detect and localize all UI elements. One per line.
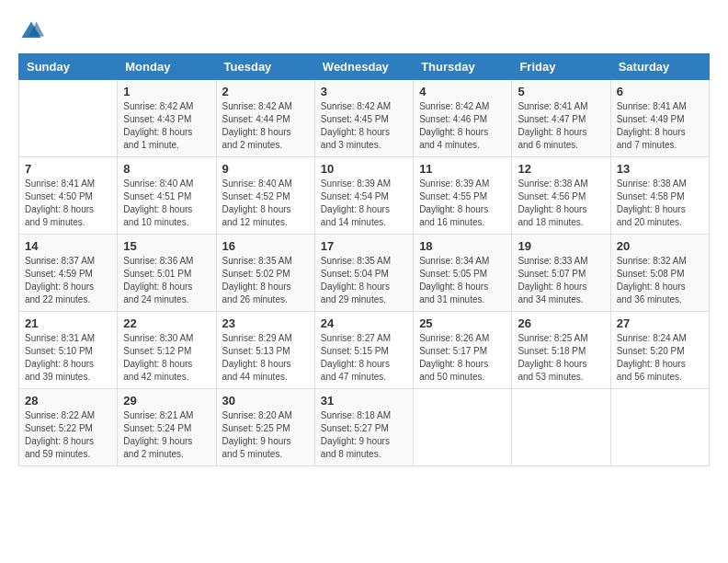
day-info: Sunrise: 8:20 AM Sunset: 5:25 PM Dayligh…	[222, 409, 309, 461]
day-info: Sunrise: 8:42 AM Sunset: 4:43 PM Dayligh…	[123, 100, 210, 152]
day-number: 26	[518, 316, 604, 330]
day-number: 4	[419, 85, 506, 98]
calendar-cell: 26Sunrise: 8:25 AM Sunset: 5:18 PM Dayli…	[512, 312, 610, 389]
day-number: 10	[321, 162, 407, 176]
calendar-cell: 13Sunrise: 8:38 AM Sunset: 4:58 PM Dayli…	[610, 157, 709, 235]
calendar-week-row: 28Sunrise: 8:22 AM Sunset: 5:22 PM Dayli…	[19, 389, 710, 466]
day-info: Sunrise: 8:27 AM Sunset: 5:15 PM Dayligh…	[321, 332, 407, 384]
calendar-cell: 25Sunrise: 8:26 AM Sunset: 5:17 PM Dayli…	[414, 312, 512, 389]
calendar-cell: 9Sunrise: 8:40 AM Sunset: 4:52 PM Daylig…	[216, 157, 314, 235]
calendar-day-header: Sunday	[19, 54, 118, 80]
day-number: 11	[419, 162, 506, 176]
day-info: Sunrise: 8:25 AM Sunset: 5:18 PM Dayligh…	[518, 332, 604, 384]
day-info: Sunrise: 8:30 AM Sunset: 5:12 PM Dayligh…	[123, 332, 210, 384]
calendar-cell: 20Sunrise: 8:32 AM Sunset: 5:08 PM Dayli…	[610, 235, 709, 312]
day-number: 2	[222, 85, 309, 98]
day-info: Sunrise: 8:26 AM Sunset: 5:17 PM Dayligh…	[419, 332, 506, 384]
day-info: Sunrise: 8:29 AM Sunset: 5:13 PM Dayligh…	[222, 332, 309, 384]
calendar-cell: 18Sunrise: 8:34 AM Sunset: 5:05 PM Dayli…	[414, 235, 512, 312]
day-number: 14	[25, 239, 111, 253]
calendar-cell: 30Sunrise: 8:20 AM Sunset: 5:25 PM Dayli…	[216, 389, 314, 466]
calendar-cell: 31Sunrise: 8:18 AM Sunset: 5:27 PM Dayli…	[314, 389, 413, 466]
day-number: 23	[222, 316, 309, 330]
day-info: Sunrise: 8:40 AM Sunset: 4:51 PM Dayligh…	[123, 178, 210, 229]
calendar-cell	[414, 389, 512, 466]
day-info: Sunrise: 8:32 AM Sunset: 5:08 PM Dayligh…	[617, 255, 703, 306]
calendar-cell: 7Sunrise: 8:41 AM Sunset: 4:50 PM Daylig…	[19, 157, 118, 235]
calendar-cell: 19Sunrise: 8:33 AM Sunset: 5:07 PM Dayli…	[512, 235, 610, 312]
calendar-header-row: SundayMondayTuesdayWednesdayThursdayFrid…	[19, 54, 710, 80]
day-info: Sunrise: 8:18 AM Sunset: 5:27 PM Dayligh…	[321, 409, 407, 461]
day-info: Sunrise: 8:35 AM Sunset: 5:04 PM Dayligh…	[321, 255, 407, 306]
day-number: 30	[222, 394, 309, 408]
calendar-cell: 27Sunrise: 8:24 AM Sunset: 5:20 PM Dayli…	[610, 312, 709, 389]
day-number: 9	[222, 162, 309, 176]
day-number: 17	[321, 239, 407, 253]
calendar-week-row: 7Sunrise: 8:41 AM Sunset: 4:50 PM Daylig…	[19, 157, 710, 235]
day-number: 22	[123, 316, 210, 330]
day-number: 15	[123, 239, 210, 253]
day-info: Sunrise: 8:35 AM Sunset: 5:02 PM Dayligh…	[222, 255, 309, 306]
day-number: 21	[25, 316, 111, 330]
day-info: Sunrise: 8:41 AM Sunset: 4:47 PM Dayligh…	[518, 100, 604, 152]
day-number: 29	[123, 394, 210, 408]
day-number: 6	[617, 85, 703, 98]
calendar-day-header: Tuesday	[216, 54, 314, 80]
page-header	[18, 18, 710, 44]
calendar-cell: 1Sunrise: 8:42 AM Sunset: 4:43 PM Daylig…	[118, 80, 216, 157]
day-number: 25	[419, 316, 506, 330]
calendar-day-header: Wednesday	[314, 54, 413, 80]
calendar-cell: 22Sunrise: 8:30 AM Sunset: 5:12 PM Dayli…	[118, 312, 216, 389]
calendar-cell: 12Sunrise: 8:38 AM Sunset: 4:56 PM Dayli…	[512, 157, 610, 235]
calendar-cell: 10Sunrise: 8:39 AM Sunset: 4:54 PM Dayli…	[314, 157, 413, 235]
day-info: Sunrise: 8:42 AM Sunset: 4:46 PM Dayligh…	[419, 100, 506, 152]
day-info: Sunrise: 8:31 AM Sunset: 5:10 PM Dayligh…	[25, 332, 111, 384]
day-info: Sunrise: 8:34 AM Sunset: 5:05 PM Dayligh…	[419, 255, 506, 306]
calendar-week-row: 1Sunrise: 8:42 AM Sunset: 4:43 PM Daylig…	[19, 80, 710, 157]
day-number: 19	[518, 239, 604, 253]
calendar-cell: 2Sunrise: 8:42 AM Sunset: 4:44 PM Daylig…	[216, 80, 314, 157]
day-number: 24	[321, 316, 407, 330]
calendar-cell: 16Sunrise: 8:35 AM Sunset: 5:02 PM Dayli…	[216, 235, 314, 312]
calendar-cell	[610, 389, 709, 466]
day-number: 20	[617, 239, 703, 253]
calendar-cell: 6Sunrise: 8:41 AM Sunset: 4:49 PM Daylig…	[610, 80, 709, 157]
calendar-week-row: 21Sunrise: 8:31 AM Sunset: 5:10 PM Dayli…	[19, 312, 710, 389]
day-info: Sunrise: 8:38 AM Sunset: 4:56 PM Dayligh…	[518, 178, 604, 229]
day-info: Sunrise: 8:40 AM Sunset: 4:52 PM Dayligh…	[222, 178, 309, 229]
day-number: 12	[518, 162, 604, 176]
day-number: 7	[25, 162, 111, 176]
calendar-day-header: Monday	[118, 54, 216, 80]
calendar-cell: 5Sunrise: 8:41 AM Sunset: 4:47 PM Daylig…	[512, 80, 610, 157]
calendar-week-row: 14Sunrise: 8:37 AM Sunset: 4:59 PM Dayli…	[19, 235, 710, 312]
day-info: Sunrise: 8:42 AM Sunset: 4:44 PM Dayligh…	[222, 100, 309, 152]
calendar-cell: 15Sunrise: 8:36 AM Sunset: 5:01 PM Dayli…	[118, 235, 216, 312]
calendar-cell: 14Sunrise: 8:37 AM Sunset: 4:59 PM Dayli…	[19, 235, 118, 312]
day-number: 27	[617, 316, 703, 330]
calendar-cell: 8Sunrise: 8:40 AM Sunset: 4:51 PM Daylig…	[118, 157, 216, 235]
day-info: Sunrise: 8:36 AM Sunset: 5:01 PM Dayligh…	[123, 255, 210, 306]
logo-icon	[18, 18, 44, 44]
day-number: 28	[25, 394, 111, 408]
day-info: Sunrise: 8:22 AM Sunset: 5:22 PM Dayligh…	[25, 409, 111, 461]
calendar-cell: 23Sunrise: 8:29 AM Sunset: 5:13 PM Dayli…	[216, 312, 314, 389]
calendar-cell: 21Sunrise: 8:31 AM Sunset: 5:10 PM Dayli…	[19, 312, 118, 389]
calendar-table: SundayMondayTuesdayWednesdayThursdayFrid…	[18, 53, 710, 466]
calendar-cell: 11Sunrise: 8:39 AM Sunset: 4:55 PM Dayli…	[414, 157, 512, 235]
day-info: Sunrise: 8:37 AM Sunset: 4:59 PM Dayligh…	[25, 255, 111, 306]
day-info: Sunrise: 8:39 AM Sunset: 4:55 PM Dayligh…	[419, 178, 506, 229]
day-info: Sunrise: 8:39 AM Sunset: 4:54 PM Dayligh…	[321, 178, 407, 229]
calendar-cell: 28Sunrise: 8:22 AM Sunset: 5:22 PM Dayli…	[19, 389, 118, 466]
day-number: 5	[518, 85, 604, 98]
calendar-cell: 17Sunrise: 8:35 AM Sunset: 5:04 PM Dayli…	[314, 235, 413, 312]
day-number: 1	[123, 85, 210, 98]
day-info: Sunrise: 8:21 AM Sunset: 5:24 PM Dayligh…	[123, 409, 210, 461]
calendar-cell	[512, 389, 610, 466]
day-info: Sunrise: 8:42 AM Sunset: 4:45 PM Dayligh…	[321, 100, 407, 152]
day-number: 3	[321, 85, 407, 98]
calendar-cell: 3Sunrise: 8:42 AM Sunset: 4:45 PM Daylig…	[314, 80, 413, 157]
logo	[18, 18, 48, 44]
day-number: 18	[419, 239, 506, 253]
day-info: Sunrise: 8:33 AM Sunset: 5:07 PM Dayligh…	[518, 255, 604, 306]
calendar-day-header: Saturday	[610, 54, 709, 80]
